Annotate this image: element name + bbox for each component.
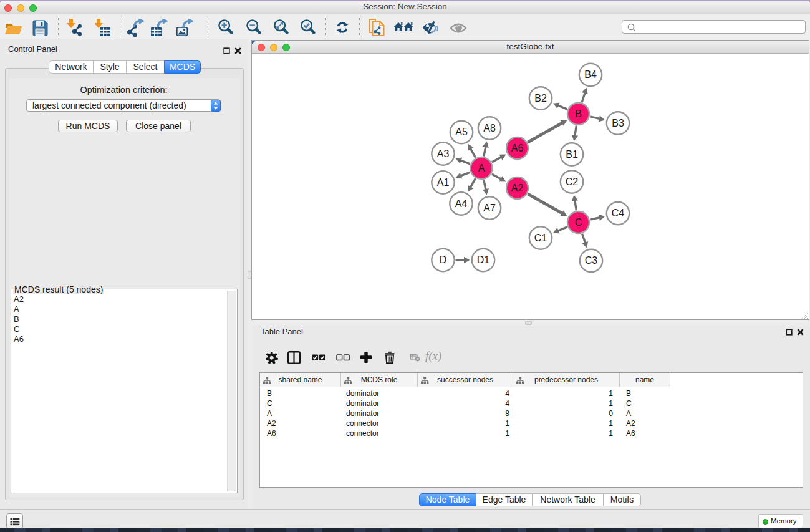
svg-text:C: C (575, 217, 582, 228)
svg-text:B2: B2 (534, 93, 547, 104)
svg-text:D1: D1 (477, 254, 490, 265)
svg-text:A1: A1 (437, 177, 450, 188)
svg-text:B3: B3 (612, 118, 624, 128)
svg-text:A3: A3 (437, 148, 450, 159)
svg-text:B1: B1 (566, 149, 578, 160)
svg-text:A8: A8 (483, 123, 496, 133)
svg-text:D: D (440, 254, 447, 265)
svg-text:C1: C1 (534, 233, 547, 243)
svg-text:A: A (478, 163, 485, 173)
svg-text:C4: C4 (612, 208, 625, 218)
svg-text:A5: A5 (455, 127, 468, 137)
svg-text:C2: C2 (566, 177, 579, 187)
svg-text:A4: A4 (455, 198, 468, 209)
svg-text:A6: A6 (511, 143, 524, 153)
svg-text:B: B (575, 109, 582, 119)
svg-text:B4: B4 (584, 69, 597, 80)
svg-text:A2: A2 (511, 183, 524, 193)
svg-text:A7: A7 (483, 203, 496, 213)
svg-text:C3: C3 (585, 255, 598, 266)
